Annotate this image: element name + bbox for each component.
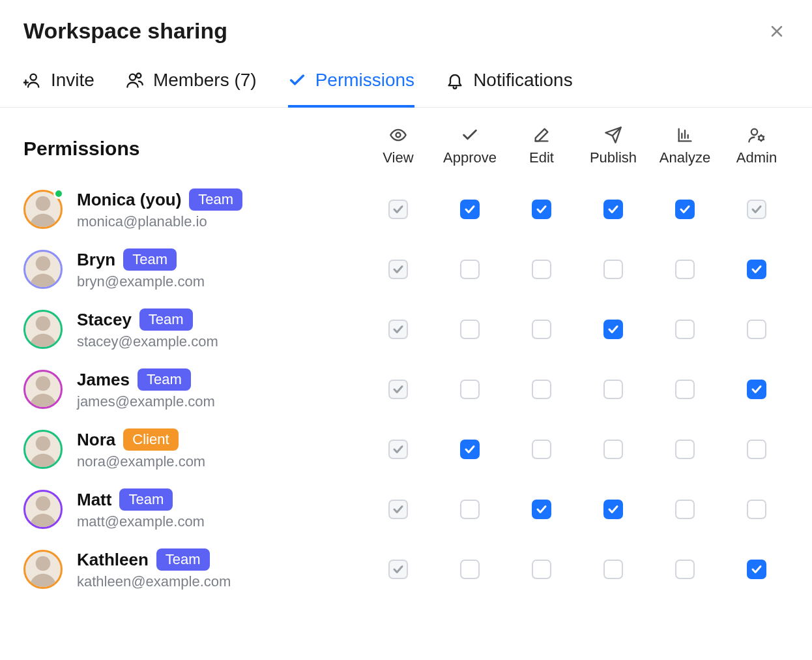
avatar	[23, 190, 63, 229]
user-text: Stacey Team stacey@example.com	[77, 308, 218, 350]
permission-checkbox	[388, 320, 408, 339]
column-label: Edit	[529, 149, 554, 166]
check-icon	[751, 383, 762, 395]
tab-notifications[interactable]: Notifications	[446, 70, 573, 108]
check-icon	[536, 203, 547, 215]
avatar	[23, 430, 63, 469]
user-name: Kathleen	[77, 550, 149, 570]
user-text: James Team james@example.com	[77, 368, 215, 410]
permission-checkbox[interactable]	[675, 320, 695, 339]
perm-cell	[721, 250, 792, 288]
close-icon	[769, 23, 785, 39]
user-text: Matt Team matt@example.com	[77, 488, 205, 530]
permission-checkbox	[388, 200, 408, 219]
permission-checkbox[interactable]	[532, 560, 551, 579]
perm-cell	[506, 310, 577, 348]
permission-checkbox[interactable]	[675, 260, 695, 279]
user-row: Monica (you) Team monica@planable.io	[23, 179, 362, 239]
tab-permissions[interactable]: Permissions	[288, 70, 414, 108]
tab-members[interactable]: Members (7)	[126, 70, 257, 108]
permission-checkbox[interactable]	[603, 560, 623, 579]
user-email: james@example.com	[77, 393, 215, 410]
permission-checkbox	[388, 560, 408, 579]
perm-cell	[362, 430, 434, 468]
perm-cell	[577, 190, 649, 228]
permission-checkbox	[388, 380, 408, 399]
check-icon	[392, 563, 404, 575]
permission-checkbox[interactable]	[532, 440, 551, 459]
perm-cell	[434, 370, 506, 408]
role-badge: Team	[123, 248, 177, 271]
check-icon	[751, 203, 762, 215]
perm-cell	[577, 490, 649, 528]
perm-cell	[434, 550, 506, 588]
permission-checkbox	[388, 260, 408, 279]
perm-cell	[577, 310, 649, 348]
permission-checkbox[interactable]	[675, 440, 695, 459]
check-icon	[607, 503, 619, 515]
user-name: James	[77, 370, 130, 390]
permission-checkbox[interactable]	[603, 320, 623, 339]
permission-checkbox[interactable]	[747, 260, 766, 279]
permission-checkbox[interactable]	[603, 500, 623, 519]
perm-cell	[721, 190, 792, 228]
permission-checkbox[interactable]	[675, 380, 695, 399]
permission-checkbox[interactable]	[603, 380, 623, 399]
perm-cell	[649, 310, 721, 348]
pencil-icon	[532, 126, 551, 144]
permission-checkbox[interactable]	[747, 320, 766, 339]
permission-checkbox[interactable]	[603, 440, 623, 459]
perm-cell	[577, 370, 649, 408]
check-icon	[461, 126, 479, 144]
permission-checkbox[interactable]	[747, 500, 766, 519]
permission-checkbox[interactable]	[532, 320, 551, 339]
permission-checkbox[interactable]	[532, 200, 551, 219]
permission-checkbox[interactable]	[460, 500, 480, 519]
permission-checkbox[interactable]	[532, 260, 551, 279]
modal-title: Workspace sharing	[23, 18, 227, 44]
permission-checkbox	[747, 200, 766, 219]
permission-checkbox[interactable]	[460, 200, 480, 219]
admin-icon	[747, 126, 766, 144]
user-email: bryn@example.com	[77, 273, 205, 290]
perm-cell	[577, 430, 649, 468]
tab-invite[interactable]: Invite	[23, 70, 94, 108]
permission-checkbox[interactable]	[603, 260, 623, 279]
perm-cell	[721, 490, 792, 528]
user-row: Bryn Team bryn@example.com	[23, 239, 362, 299]
permission-checkbox[interactable]	[675, 200, 695, 219]
permission-checkbox[interactable]	[460, 260, 480, 279]
permission-checkbox[interactable]	[747, 440, 766, 459]
online-status-dot	[53, 188, 64, 199]
column-header-analyze: Analyze	[649, 126, 721, 179]
perm-cell	[721, 310, 792, 348]
permission-checkbox[interactable]	[747, 380, 766, 399]
close-button[interactable]	[765, 20, 789, 43]
permission-checkbox[interactable]	[747, 560, 766, 579]
avatar	[23, 310, 63, 349]
check-icon	[392, 383, 404, 395]
perm-cell	[506, 370, 577, 408]
notifications-icon	[446, 71, 464, 89]
perm-cell	[362, 250, 434, 288]
permissions-grid: Permissions View Approve Edit Publish An…	[23, 126, 789, 599]
user-name: Bryn	[77, 250, 115, 270]
permission-checkbox[interactable]	[460, 440, 480, 459]
user-name: Matt	[77, 490, 111, 510]
permission-checkbox[interactable]	[460, 320, 480, 339]
svg-point-6	[136, 74, 141, 78]
permission-checkbox[interactable]	[675, 500, 695, 519]
permission-checkbox[interactable]	[603, 200, 623, 219]
perm-cell	[362, 370, 434, 408]
column-header-approve: Approve	[434, 126, 506, 179]
user-email: kathleen@example.com	[77, 573, 231, 590]
check-icon	[392, 503, 404, 515]
role-badge: Team	[139, 308, 193, 331]
permission-checkbox[interactable]	[460, 560, 480, 579]
permission-checkbox[interactable]	[675, 560, 695, 579]
permission-checkbox[interactable]	[532, 500, 551, 519]
column-header-edit: Edit	[506, 126, 577, 179]
permission-checkbox[interactable]	[532, 380, 551, 399]
check-icon	[607, 203, 619, 215]
permission-checkbox[interactable]	[460, 380, 480, 399]
